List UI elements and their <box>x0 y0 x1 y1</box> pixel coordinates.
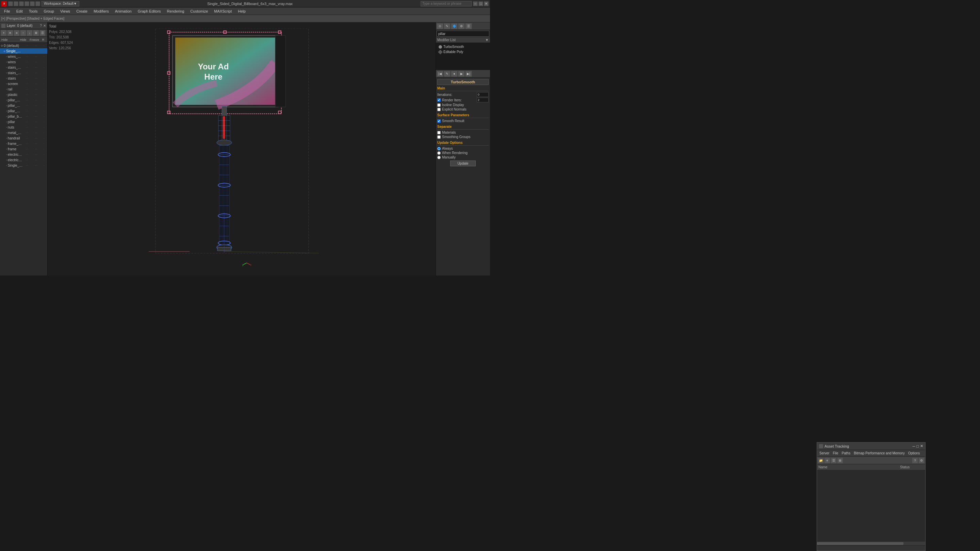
layer-item[interactable]: ◦ rail ··· ··· · <box>0 86 47 92</box>
sub-toolbar: [+] [Perspective] [Shaded + Edged Faces] <box>0 15 490 22</box>
layers-settings-btn[interactable]: ☰ <box>40 30 46 36</box>
layer-item[interactable]: ◦ wires_detail ··· ··· · <box>0 54 47 59</box>
menu-views[interactable]: Views <box>57 8 73 14</box>
menu-tools[interactable]: Tools <box>26 8 40 14</box>
isoline-row: Isoline Display <box>437 103 488 107</box>
materials-checkbox[interactable] <box>437 131 441 134</box>
layer-item[interactable]: ◦ screen ··· ··· · <box>0 81 47 86</box>
mod-nav-4[interactable]: ▶ <box>458 71 465 77</box>
menu-customize[interactable]: Customize <box>188 8 211 14</box>
mod-nav-5[interactable]: ▶| <box>465 71 472 77</box>
layers-move-btn[interactable]: ↑ <box>20 30 26 36</box>
layers-col-header: Hide Hide Freeze R <box>0 37 47 43</box>
rp-btn4[interactable]: ⚙ <box>458 23 465 29</box>
layer-item[interactable]: ◦ pillar_base ··· ··· · <box>0 114 47 119</box>
smooth-result-label: Smooth Result <box>442 119 465 123</box>
layer-item[interactable]: ◦ pillar_mod_2 ··· ··· · <box>0 103 47 108</box>
explicit-checkbox[interactable] <box>437 108 441 111</box>
svg-text:Your Ad: Your Ad <box>198 62 229 71</box>
maximize-button[interactable]: □ <box>479 2 483 6</box>
always-radio[interactable] <box>437 147 441 150</box>
close-button[interactable]: ✕ <box>484 2 488 6</box>
menu-help[interactable]: Help <box>235 8 248 14</box>
title-bar: 3 Workspace: Default ▼ Single_Sided_Digi… <box>0 0 490 8</box>
rp-btn2[interactable]: ✎ <box>444 23 450 29</box>
window-controls[interactable]: ─ □ ✕ <box>473 2 488 6</box>
minimize-button[interactable]: ─ <box>473 2 478 6</box>
menu-modifiers[interactable]: Modifiers <box>91 8 111 14</box>
manually-radio[interactable] <box>437 156 441 159</box>
quick-access-toolbar[interactable] <box>8 2 40 6</box>
title-text: Single_Sided_Digital_Billboard_6x3_max_v… <box>79 2 421 6</box>
col-r-label: R <box>40 38 46 41</box>
layers-delete-btn[interactable]: ✕ <box>7 30 13 36</box>
layers-collapse-btn[interactable]: ↓ <box>27 30 33 36</box>
mod-nav-1[interactable]: |◀ <box>437 71 443 77</box>
layer-item[interactable]: ◦ wires ··· ··· · <box>0 59 47 65</box>
workspace-selector[interactable]: Workspace: Default ▼ <box>41 1 79 6</box>
viewport[interactable]: Total Polys: 202,508 Tris: 202,508 Edges… <box>48 22 436 275</box>
svg-line-55 <box>243 263 247 265</box>
when-rendering-label: When Rendering <box>442 151 468 155</box>
menu-file[interactable]: File <box>2 8 13 14</box>
layer-item[interactable]: ◦ pillar_mod_1 ··· ··· · <box>0 108 47 114</box>
explicit-row: Explicit Normals <box>437 108 488 111</box>
iterations-input[interactable] <box>477 92 488 97</box>
layer-item[interactable]: ◦ stairs ··· ··· · <box>0 76 47 81</box>
viewport-scene: Your Ad Here <box>115 29 353 260</box>
menu-maxscript[interactable]: MAXScript <box>211 8 234 14</box>
always-label: Always <box>442 147 453 150</box>
layer-item[interactable]: ◦ electric_box_support ··· ··· · <box>0 152 47 157</box>
layer-item[interactable]: ◈ Single_Sided_Digital_Billboard_6x3 ···… <box>0 48 47 54</box>
menu-graph-editors[interactable]: Graph Editors <box>135 8 164 14</box>
right-panel: ⊙ ✎ 🔷 ⚙ ☰ Modifier List ▼ TurboSmooth Ed… <box>436 22 490 275</box>
mod-nav-3[interactable]: ● <box>451 71 458 77</box>
layer-item[interactable]: ◦ pillar ··· ··· · <box>0 119 47 124</box>
menu-group[interactable]: Group <box>41 8 57 14</box>
menu-rendering[interactable]: Rendering <box>164 8 187 14</box>
layers-new-btn[interactable]: + <box>1 30 7 36</box>
svg-text:Here: Here <box>205 72 223 81</box>
svg-rect-4 <box>278 111 281 114</box>
layers-close-button[interactable]: ✕ <box>43 24 46 27</box>
update-button[interactable]: Update <box>450 160 476 166</box>
layer-item[interactable]: ◦ electric_box ··· ··· · <box>0 157 47 163</box>
layers-help-button[interactable]: ? <box>40 24 42 27</box>
smoothing-checkbox[interactable] <box>437 135 441 139</box>
layer-item[interactable]: ⊙ 0 (default) ··· ··· · <box>0 43 47 48</box>
rp-btn1[interactable]: ⊙ <box>437 23 443 29</box>
layer-item[interactable]: ◦ frame_mount ··· ··· · <box>0 141 47 146</box>
layer-item[interactable]: ◦ pillar_mod_3 ··· ··· · <box>0 97 47 103</box>
layer-item[interactable]: ◦ frame ··· ··· · <box>0 146 47 152</box>
layer-item[interactable]: ◦ stairs_mount ··· ··· · <box>0 70 47 76</box>
modifier-dropdown-arrow[interactable]: ▼ <box>485 38 488 42</box>
isoline-checkbox[interactable] <box>437 103 441 107</box>
layer-item[interactable]: ◦ plastic ··· ··· · <box>0 92 47 97</box>
rp-btn3[interactable]: 🔷 <box>451 23 458 29</box>
modifier-turbosmooth[interactable]: TurboSmooth <box>437 44 488 49</box>
layer-item[interactable]: ◦ handrail ··· ··· · <box>0 135 47 141</box>
menu-edit[interactable]: Edit <box>14 8 25 14</box>
layer-item[interactable]: ◦ nuts ··· ··· · <box>0 124 47 130</box>
object-name-field[interactable] <box>437 30 489 37</box>
modifier-editable-poly[interactable]: Editable Poly <box>437 49 488 54</box>
layer-item[interactable]: ◦ stairs_nuts ··· ··· · <box>0 65 47 70</box>
mod-nav-2[interactable]: ✎ <box>444 71 450 77</box>
smooth-result-checkbox[interactable] <box>437 119 441 123</box>
stats-panel: Total Polys: 202,508 Tris: 202,508 Edges… <box>49 24 73 51</box>
menu-create[interactable]: Create <box>73 8 90 14</box>
layers-create-btn[interactable]: ≡ <box>14 30 20 36</box>
layer-item[interactable]: ◦ metal_back ··· ··· · <box>0 130 47 135</box>
when-rendering-radio[interactable] <box>437 151 441 155</box>
main-section-title: Main <box>437 86 488 91</box>
menu-animation[interactable]: Animation <box>112 8 134 14</box>
layers-expand-btn[interactable]: ⚙ <box>33 30 39 36</box>
layer-item[interactable]: ◦ Single_Sided_Digital_Billboard_6x3_ ··… <box>0 163 47 168</box>
iterations-row: Iterations: <box>437 92 488 97</box>
search-input[interactable] <box>421 1 472 6</box>
layers-toolbar: + ✕ ≡ ↑ ↓ ⚙ ☰ <box>0 29 47 37</box>
svg-rect-13 <box>275 35 285 107</box>
render-iters-checkbox[interactable] <box>437 98 441 102</box>
rp-btn5[interactable]: ☰ <box>465 23 472 29</box>
render-iters-input[interactable] <box>477 98 488 102</box>
